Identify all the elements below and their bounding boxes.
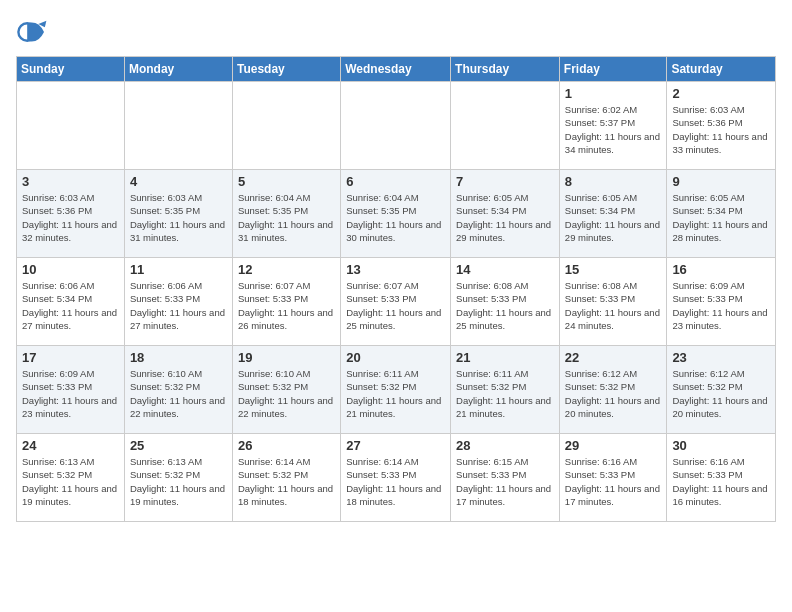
calendar-cell: 7Sunrise: 6:05 AM Sunset: 5:34 PM Daylig…: [451, 170, 560, 258]
calendar-cell: 26Sunrise: 6:14 AM Sunset: 5:32 PM Dayli…: [232, 434, 340, 522]
day-number: 17: [22, 350, 119, 365]
calendar-cell: 17Sunrise: 6:09 AM Sunset: 5:33 PM Dayli…: [17, 346, 125, 434]
header-monday: Monday: [124, 57, 232, 82]
calendar-cell: 16Sunrise: 6:09 AM Sunset: 5:33 PM Dayli…: [667, 258, 776, 346]
calendar-cell: 22Sunrise: 6:12 AM Sunset: 5:32 PM Dayli…: [559, 346, 667, 434]
day-info: Sunrise: 6:03 AM Sunset: 5:36 PM Dayligh…: [672, 103, 770, 156]
day-info: Sunrise: 6:06 AM Sunset: 5:33 PM Dayligh…: [130, 279, 227, 332]
calendar-cell: [17, 82, 125, 170]
day-info: Sunrise: 6:09 AM Sunset: 5:33 PM Dayligh…: [672, 279, 770, 332]
calendar-cell: 18Sunrise: 6:10 AM Sunset: 5:32 PM Dayli…: [124, 346, 232, 434]
day-info: Sunrise: 6:11 AM Sunset: 5:32 PM Dayligh…: [346, 367, 445, 420]
day-info: Sunrise: 6:03 AM Sunset: 5:35 PM Dayligh…: [130, 191, 227, 244]
day-number: 1: [565, 86, 662, 101]
calendar-cell: [341, 82, 451, 170]
day-number: 5: [238, 174, 335, 189]
day-info: Sunrise: 6:04 AM Sunset: 5:35 PM Dayligh…: [346, 191, 445, 244]
day-info: Sunrise: 6:05 AM Sunset: 5:34 PM Dayligh…: [672, 191, 770, 244]
calendar-cell: 21Sunrise: 6:11 AM Sunset: 5:32 PM Dayli…: [451, 346, 560, 434]
calendar-cell: [232, 82, 340, 170]
day-number: 18: [130, 350, 227, 365]
day-number: 3: [22, 174, 119, 189]
calendar-cell: 11Sunrise: 6:06 AM Sunset: 5:33 PM Dayli…: [124, 258, 232, 346]
day-number: 19: [238, 350, 335, 365]
day-info: Sunrise: 6:08 AM Sunset: 5:33 PM Dayligh…: [565, 279, 662, 332]
day-info: Sunrise: 6:14 AM Sunset: 5:32 PM Dayligh…: [238, 455, 335, 508]
calendar-cell: 2Sunrise: 6:03 AM Sunset: 5:36 PM Daylig…: [667, 82, 776, 170]
week-row-2: 10Sunrise: 6:06 AM Sunset: 5:34 PM Dayli…: [17, 258, 776, 346]
calendar-cell: 20Sunrise: 6:11 AM Sunset: 5:32 PM Dayli…: [341, 346, 451, 434]
calendar-cell: 25Sunrise: 6:13 AM Sunset: 5:32 PM Dayli…: [124, 434, 232, 522]
calendar-cell: 5Sunrise: 6:04 AM Sunset: 5:35 PM Daylig…: [232, 170, 340, 258]
calendar-cell: 4Sunrise: 6:03 AM Sunset: 5:35 PM Daylig…: [124, 170, 232, 258]
page-header: [16, 16, 776, 48]
day-number: 25: [130, 438, 227, 453]
day-number: 12: [238, 262, 335, 277]
day-number: 24: [22, 438, 119, 453]
day-number: 20: [346, 350, 445, 365]
day-number: 21: [456, 350, 554, 365]
header-row: SundayMondayTuesdayWednesdayThursdayFrid…: [17, 57, 776, 82]
day-number: 2: [672, 86, 770, 101]
calendar-cell: 29Sunrise: 6:16 AM Sunset: 5:33 PM Dayli…: [559, 434, 667, 522]
week-row-0: 1Sunrise: 6:02 AM Sunset: 5:37 PM Daylig…: [17, 82, 776, 170]
day-number: 26: [238, 438, 335, 453]
calendar-cell: [451, 82, 560, 170]
calendar-cell: 8Sunrise: 6:05 AM Sunset: 5:34 PM Daylig…: [559, 170, 667, 258]
calendar-cell: 1Sunrise: 6:02 AM Sunset: 5:37 PM Daylig…: [559, 82, 667, 170]
day-number: 13: [346, 262, 445, 277]
day-number: 22: [565, 350, 662, 365]
header-tuesday: Tuesday: [232, 57, 340, 82]
day-number: 11: [130, 262, 227, 277]
week-row-1: 3Sunrise: 6:03 AM Sunset: 5:36 PM Daylig…: [17, 170, 776, 258]
calendar-cell: 3Sunrise: 6:03 AM Sunset: 5:36 PM Daylig…: [17, 170, 125, 258]
day-number: 30: [672, 438, 770, 453]
calendar-cell: 10Sunrise: 6:06 AM Sunset: 5:34 PM Dayli…: [17, 258, 125, 346]
day-number: 4: [130, 174, 227, 189]
calendar-cell: 24Sunrise: 6:13 AM Sunset: 5:32 PM Dayli…: [17, 434, 125, 522]
week-row-4: 24Sunrise: 6:13 AM Sunset: 5:32 PM Dayli…: [17, 434, 776, 522]
day-info: Sunrise: 6:12 AM Sunset: 5:32 PM Dayligh…: [672, 367, 770, 420]
logo-icon: [16, 16, 48, 48]
calendar-cell: 27Sunrise: 6:14 AM Sunset: 5:33 PM Dayli…: [341, 434, 451, 522]
calendar-cell: [124, 82, 232, 170]
day-info: Sunrise: 6:11 AM Sunset: 5:32 PM Dayligh…: [456, 367, 554, 420]
day-info: Sunrise: 6:15 AM Sunset: 5:33 PM Dayligh…: [456, 455, 554, 508]
calendar-cell: 14Sunrise: 6:08 AM Sunset: 5:33 PM Dayli…: [451, 258, 560, 346]
calendar-body: 1Sunrise: 6:02 AM Sunset: 5:37 PM Daylig…: [17, 82, 776, 522]
calendar-cell: 28Sunrise: 6:15 AM Sunset: 5:33 PM Dayli…: [451, 434, 560, 522]
day-number: 6: [346, 174, 445, 189]
logo: [16, 16, 52, 48]
day-info: Sunrise: 6:07 AM Sunset: 5:33 PM Dayligh…: [238, 279, 335, 332]
day-info: Sunrise: 6:12 AM Sunset: 5:32 PM Dayligh…: [565, 367, 662, 420]
day-number: 9: [672, 174, 770, 189]
day-info: Sunrise: 6:08 AM Sunset: 5:33 PM Dayligh…: [456, 279, 554, 332]
day-number: 16: [672, 262, 770, 277]
day-info: Sunrise: 6:05 AM Sunset: 5:34 PM Dayligh…: [456, 191, 554, 244]
day-info: Sunrise: 6:16 AM Sunset: 5:33 PM Dayligh…: [565, 455, 662, 508]
header-wednesday: Wednesday: [341, 57, 451, 82]
day-info: Sunrise: 6:03 AM Sunset: 5:36 PM Dayligh…: [22, 191, 119, 244]
calendar-cell: 13Sunrise: 6:07 AM Sunset: 5:33 PM Dayli…: [341, 258, 451, 346]
day-info: Sunrise: 6:13 AM Sunset: 5:32 PM Dayligh…: [22, 455, 119, 508]
day-number: 15: [565, 262, 662, 277]
day-number: 10: [22, 262, 119, 277]
day-info: Sunrise: 6:09 AM Sunset: 5:33 PM Dayligh…: [22, 367, 119, 420]
day-number: 23: [672, 350, 770, 365]
calendar-cell: 15Sunrise: 6:08 AM Sunset: 5:33 PM Dayli…: [559, 258, 667, 346]
day-number: 27: [346, 438, 445, 453]
week-row-3: 17Sunrise: 6:09 AM Sunset: 5:33 PM Dayli…: [17, 346, 776, 434]
day-info: Sunrise: 6:16 AM Sunset: 5:33 PM Dayligh…: [672, 455, 770, 508]
day-info: Sunrise: 6:10 AM Sunset: 5:32 PM Dayligh…: [238, 367, 335, 420]
day-number: 29: [565, 438, 662, 453]
header-sunday: Sunday: [17, 57, 125, 82]
day-info: Sunrise: 6:04 AM Sunset: 5:35 PM Dayligh…: [238, 191, 335, 244]
calendar-table: SundayMondayTuesdayWednesdayThursdayFrid…: [16, 56, 776, 522]
calendar-cell: 19Sunrise: 6:10 AM Sunset: 5:32 PM Dayli…: [232, 346, 340, 434]
calendar-cell: 23Sunrise: 6:12 AM Sunset: 5:32 PM Dayli…: [667, 346, 776, 434]
day-number: 8: [565, 174, 662, 189]
header-friday: Friday: [559, 57, 667, 82]
day-info: Sunrise: 6:10 AM Sunset: 5:32 PM Dayligh…: [130, 367, 227, 420]
day-info: Sunrise: 6:05 AM Sunset: 5:34 PM Dayligh…: [565, 191, 662, 244]
calendar-cell: 6Sunrise: 6:04 AM Sunset: 5:35 PM Daylig…: [341, 170, 451, 258]
